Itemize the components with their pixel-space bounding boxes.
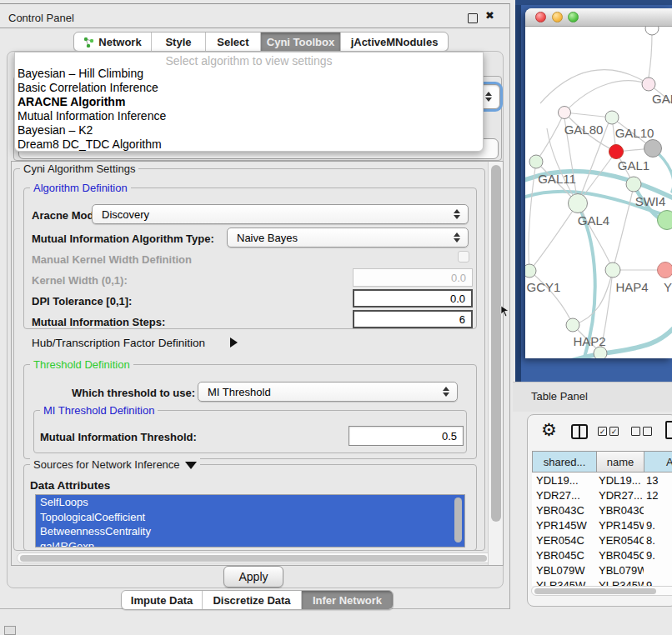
node-salmon[interactable]: [658, 262, 672, 278]
expand-arrow-icon[interactable]: [230, 338, 238, 348]
tab-cyni-toolbox[interactable]: Cyni Toolbox: [261, 32, 341, 51]
table-panel-card: ⚙ ✓ ✓ shared... name A YDL19...YDL19...1…: [527, 414, 672, 607]
node-hap2[interactable]: [566, 318, 579, 332]
titlebar-divider: [0, 28, 509, 28]
close-traffic-light[interactable]: [535, 12, 546, 22]
attribute-item-selected[interactable]: SelfLoops: [36, 495, 464, 510]
algorithm-dropdown-popup: Select algorithm to view settings Bayesi…: [14, 52, 484, 152]
node-label: HAP2: [573, 334, 605, 348]
columns-icon[interactable]: [571, 424, 588, 439]
attribute-item-selected[interactable]: TopologicalCoefficient: [36, 510, 464, 525]
node-gal1[interactable]: [609, 145, 624, 159]
dpi-tolerance-field[interactable]: 0.0: [353, 289, 473, 308]
unchecked-checkbox-icon[interactable]: [643, 427, 652, 436]
node-gal4[interactable]: [569, 194, 588, 213]
table-row[interactable]: YBR043CYBR043C: [532, 502, 672, 518]
table-row[interactable]: YPR145WYPR145W9.: [532, 518, 672, 532]
checked-checkbox-icon[interactable]: ✓: [609, 427, 619, 436]
cell-shared: YBR045C: [532, 549, 596, 562]
table-row[interactable]: YDR27...YDR27...12: [532, 488, 672, 502]
apply-button[interactable]: Apply: [223, 566, 283, 588]
sources-title-label: Sources for Network Inference: [33, 458, 180, 471]
cell-name: YLR345W: [596, 579, 644, 587]
algorithm-option[interactable]: Dream8 DC_TDC Algorithm: [15, 138, 483, 152]
tab-jactivemnodules[interactable]: jActiveMNodules: [341, 32, 448, 51]
algorithm-option[interactable]: Basic Correlation Inference: [15, 81, 483, 95]
apply-button-label: Apply: [238, 570, 268, 583]
node-gal10[interactable]: [605, 111, 619, 124]
tab-select[interactable]: Select: [206, 32, 261, 51]
node-green-corner[interactable]: [658, 211, 672, 230]
network-graph[interactable]: GAL GAL80 GAL10 GAL1 GAL11 SWI4 GAL4 GCY…: [525, 27, 672, 358]
table-row[interactable]: YDL19...YDL19...13: [532, 472, 672, 488]
mi-steps-field[interactable]: 6: [353, 310, 473, 328]
node-gcy1[interactable]: [525, 264, 536, 278]
which-threshold-value: MI Threshold: [208, 386, 271, 398]
node-label: Y: [664, 280, 672, 294]
tab-impute-data-label: Impute Data: [131, 594, 193, 607]
algorithm-option[interactable]: Bayesian – K2: [15, 123, 483, 138]
unchecked-checkbox-icon[interactable]: [631, 427, 640, 436]
hub-definition-label[interactable]: Hub/Transcription Factor Definition: [32, 337, 205, 349]
tab-discretize-data[interactable]: Discretize Data: [203, 591, 302, 609]
table-body[interactable]: YDL19...YDL19...13 YDR27...YDR27...12 YB…: [532, 472, 672, 586]
mi-type-label: Mutual Information Algorithm Type:: [32, 232, 214, 245]
document-icon[interactable]: [665, 421, 672, 439]
tab-network[interactable]: Network: [74, 32, 152, 51]
minimized-panel-icon[interactable]: [4, 626, 16, 635]
manual-kernel-label: Manual Kernel Width Definition: [32, 253, 192, 266]
node-gray[interactable]: [644, 140, 662, 158]
tab-cyni-toolbox-label: Cyni Toolbox: [267, 36, 334, 48]
tab-network-label: Network: [98, 36, 141, 48]
list-scrollbar-thumb[interactable]: [454, 498, 462, 542]
node-unlabeled[interactable]: [645, 27, 659, 35]
tab-infer-network[interactable]: Infer Network: [302, 591, 393, 609]
node-gal11[interactable]: [529, 155, 543, 168]
close-icon[interactable]: ✖: [485, 9, 494, 22]
table-horizontal-scrollbar-thumb[interactable]: [534, 588, 656, 594]
which-threshold-combobox[interactable]: MI Threshold: [198, 382, 458, 402]
mi-threshold-title: MI Threshold Definition: [40, 404, 158, 417]
minimize-traffic-light[interactable]: [552, 12, 563, 22]
column-header-name[interactable]: name: [597, 452, 644, 472]
network-window-titlebar[interactable]: [525, 8, 672, 27]
node-label: GAL11: [538, 172, 576, 186]
table-horizontal-scrollbar[interactable]: [531, 586, 672, 596]
node-gal-top[interactable]: [642, 78, 655, 91]
table-row[interactable]: YBL079WYBL079W: [532, 562, 672, 578]
aracne-mode-combobox[interactable]: Discovery: [92, 204, 469, 224]
vertical-scrollbar-thumb[interactable]: [491, 165, 501, 522]
table-row[interactable]: YBR045CYBR045C9.: [532, 548, 672, 562]
table-row[interactable]: YLR345WYLR345W9.: [532, 578, 672, 586]
column-header-shared[interactable]: shared...: [533, 452, 597, 472]
mi-threshold-field[interactable]: 0.5: [349, 426, 464, 446]
algorithm-option-selected[interactable]: ARACNE Algorithm: [15, 95, 483, 109]
algorithm-option[interactable]: Mutual Information Inference: [15, 109, 483, 123]
attribute-item-selected[interactable]: BetweennessCentrality: [36, 524, 464, 539]
zoom-traffic-light[interactable]: [568, 12, 579, 22]
panel-edge: [515, 0, 672, 5]
node-gal80[interactable]: [559, 107, 571, 119]
node-hap4[interactable]: [605, 262, 620, 278]
table-row[interactable]: YER054CYER054C8.: [532, 532, 672, 548]
algorithm-option[interactable]: Bayesian – Hill Climbing: [15, 67, 483, 81]
node-swi4[interactable]: [626, 177, 641, 192]
float-window-icon[interactable]: [468, 13, 478, 23]
attribute-item-selected[interactable]: gal4RGexp: [36, 539, 464, 548]
mi-type-combobox[interactable]: Naive Bayes: [227, 228, 469, 248]
node-unlabeled[interactable]: [594, 347, 607, 358]
horizontal-scrollbar-thumb[interactable]: [20, 555, 487, 562]
gear-icon[interactable]: ⚙: [541, 422, 557, 439]
tab-style[interactable]: Style: [152, 32, 206, 51]
horizontal-scrollbar[interactable]: [17, 552, 494, 563]
kernel-width-label: Kernel Width (0,1):: [32, 274, 128, 287]
network-window[interactable]: GAL GAL80 GAL10 GAL1 GAL11 SWI4 GAL4 GCY…: [525, 8, 672, 358]
tab-impute-data[interactable]: Impute Data: [122, 591, 203, 609]
data-attributes-list[interactable]: SelfLoops TopologicalCoefficient Between…: [35, 494, 465, 548]
sources-title[interactable]: Sources for Network Inference: [30, 458, 200, 471]
column-header-a[interactable]: A: [644, 452, 672, 472]
checked-checkbox-icon[interactable]: ✓: [598, 427, 607, 436]
vertical-scrollbar[interactable]: [488, 162, 503, 565]
manual-kernel-checkbox[interactable]: [458, 251, 469, 262]
cell-name: YDL19...: [596, 474, 644, 487]
